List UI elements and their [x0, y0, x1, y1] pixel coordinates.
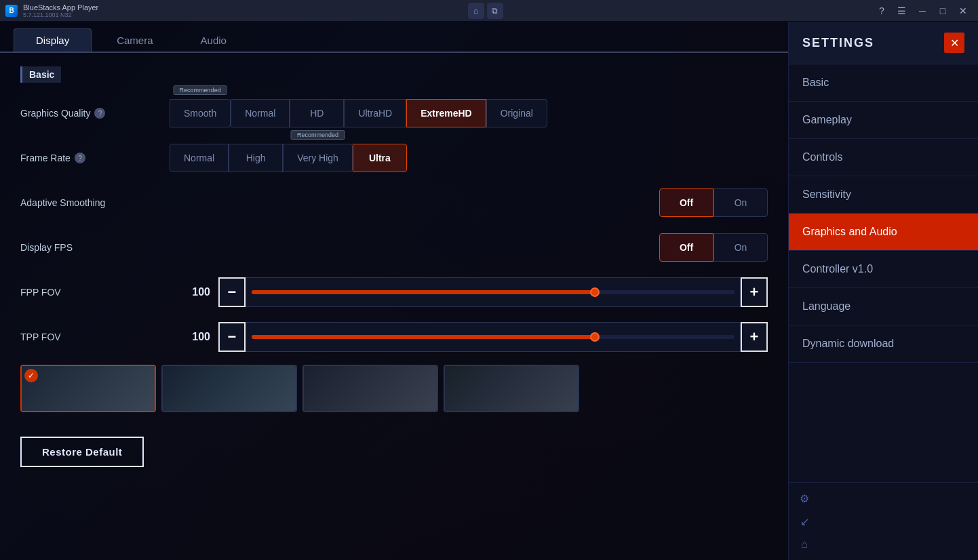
title-bar: B BlueStacks App Player 5.7.121.1001 N32… — [0, 0, 978, 22]
tpp-fov-value: 100 — [170, 331, 210, 343]
recommended-tag-framerate: Recommended — [291, 130, 345, 140]
home-btn[interactable]: ⌂ — [468, 3, 484, 19]
sidebar-item-sensitivity[interactable]: Sensitivity — [789, 176, 978, 214]
back-icon[interactable]: ↙ — [794, 511, 815, 532]
tab-audio[interactable]: Audio — [178, 28, 249, 52]
sidebar-item-language[interactable]: Language — [789, 288, 978, 325]
display-fps-label: Display FPS — [20, 242, 170, 253]
recommended-tag-smooth: Recommended — [174, 85, 227, 95]
display-fps-controls: Off On — [170, 233, 768, 262]
sidebar-bottom-icons: ⚙ ↙ ⌂ — [789, 482, 978, 560]
app-icon: B — [5, 5, 18, 17]
fpp-fov-minus[interactable]: − — [218, 277, 246, 307]
tpp-fov-track[interactable] — [246, 322, 741, 352]
thumbnail-3[interactable] — [302, 365, 438, 412]
right-sidebar: SETTINGS ✕ Basic Gameplay Controls Sensi… — [788, 22, 978, 560]
settings-gear-icon[interactable]: ⚙ — [794, 488, 815, 508]
fps-on[interactable]: On — [713, 233, 768, 262]
sidebar-item-gameplay[interactable]: Gameplay — [789, 102, 978, 139]
graphics-quality-label: Graphics Quality ? — [20, 108, 170, 119]
tpp-fov-track-bg — [252, 335, 735, 339]
app-name-text: BlueStacks App Player — [23, 3, 98, 12]
fpp-fov-row: FPP FOV 100 − + — [20, 275, 768, 309]
display-fps-row: Display FPS Off On — [20, 231, 768, 264]
smooth-option-wrapper: Recommended Smooth — [170, 99, 231, 127]
adaptive-smoothing-row: Adaptive Smoothing Off On — [20, 186, 768, 220]
restore-section: Restore Default — [20, 426, 768, 478]
frame-rate-controls: Normal High Recommended Very High Ultra — [170, 144, 768, 172]
tpp-fov-label: TPP FOV — [20, 332, 170, 342]
app-name: BlueStacks App Player 5.7.121.1001 N32 — [23, 3, 98, 18]
app-version: 5.7.121.1001 N32 — [23, 12, 98, 18]
tab-display[interactable]: Display — [14, 28, 92, 52]
rate-very-high[interactable]: Very High — [283, 144, 353, 172]
quality-normal[interactable]: Normal — [231, 99, 290, 127]
fpp-fov-track-bg — [252, 290, 735, 294]
tpp-fov-plus[interactable]: + — [741, 322, 768, 352]
multi-btn[interactable]: ⧉ — [487, 3, 503, 19]
quality-smooth[interactable]: Smooth — [170, 99, 231, 127]
adaptive-smoothing-label: Adaptive Smoothing — [20, 197, 170, 208]
thumb-bg-3 — [304, 366, 437, 411]
menu-btn[interactable]: ☰ — [893, 3, 912, 18]
content-area: Basic Graphics Quality ? Recommended Smo… — [0, 53, 788, 560]
graphics-quality-help[interactable]: ? — [94, 108, 105, 119]
sidebar-header: SETTINGS ✕ — [789, 22, 978, 64]
sidebar-item-basic[interactable]: Basic — [789, 64, 978, 102]
thumbnail-2[interactable] — [161, 365, 297, 412]
tab-bar: Display Camera Audio — [0, 22, 788, 53]
rate-high[interactable]: High — [229, 144, 283, 172]
rate-normal[interactable]: Normal — [170, 144, 229, 172]
title-bar-center: ⌂ ⧉ — [468, 3, 503, 19]
quality-extremehd[interactable]: ExtremeHD — [406, 99, 486, 127]
very-high-wrapper: Recommended Very High — [283, 144, 353, 172]
section-label: Basic — [20, 66, 61, 83]
thumbnail-1[interactable]: ✓ — [20, 365, 156, 412]
tpp-fov-fill — [252, 335, 595, 339]
sidebar-close-btn[interactable]: ✕ — [944, 33, 964, 53]
sidebar-item-graphics-audio[interactable]: Graphics and Audio — [789, 214, 978, 251]
sidebar-title: SETTINGS — [802, 36, 874, 50]
adaptive-off[interactable]: Off — [659, 188, 713, 217]
restore-default-button[interactable]: Restore Default — [20, 437, 144, 467]
fpp-fov-thumb[interactable] — [590, 287, 600, 297]
tpp-fov-minus[interactable]: − — [218, 322, 246, 352]
fpp-fov-plus[interactable]: + — [741, 277, 768, 307]
sidebar-items: Basic Gameplay Controls Sensitivity Grap… — [789, 64, 978, 482]
fpp-fov-fill — [252, 290, 595, 294]
fpp-fov-label: FPP FOV — [20, 287, 170, 298]
thumb-bg-2 — [163, 366, 296, 411]
quality-hd[interactable]: HD — [290, 99, 344, 127]
settings-overlay: Display Camera Audio Basic Graphics Qual… — [0, 22, 788, 560]
fps-off[interactable]: Off — [659, 233, 713, 262]
main-container: Display Camera Audio Basic Graphics Qual… — [0, 22, 978, 560]
sidebar-item-controller[interactable]: Controller v1.0 — [789, 251, 978, 288]
sidebar-item-controls[interactable]: Controls — [789, 139, 978, 176]
adaptive-on[interactable]: On — [713, 188, 768, 217]
quality-ultrahd[interactable]: UltraHD — [344, 99, 406, 127]
thumbnail-check-1: ✓ — [24, 369, 38, 382]
help-btn[interactable]: ? — [872, 3, 891, 18]
quality-original[interactable]: Original — [486, 99, 547, 127]
tpp-fov-thumb[interactable] — [590, 332, 600, 342]
minimize-btn[interactable]: ─ — [913, 3, 932, 18]
game-area: Display Camera Audio Basic Graphics Qual… — [0, 22, 788, 560]
fpp-fov-value: 100 — [170, 286, 210, 298]
thumb-bg-4 — [445, 366, 578, 411]
adaptive-smoothing-controls: Off On — [170, 188, 768, 217]
frame-rate-help[interactable]: ? — [75, 153, 85, 163]
frame-rate-row: Frame Rate ? Normal High Recommended Ver… — [20, 141, 768, 175]
fpp-fov-track[interactable] — [246, 277, 741, 307]
thumbnail-4[interactable] — [444, 365, 579, 412]
tpp-fov-row: TPP FOV 100 − + — [20, 320, 768, 354]
sidebar-item-dynamic-download[interactable]: Dynamic download — [789, 325, 978, 363]
title-bar-left: B BlueStacks App Player 5.7.121.1001 N32 — [5, 3, 98, 18]
frame-rate-label: Frame Rate ? — [20, 153, 170, 163]
tab-camera[interactable]: Camera — [94, 28, 175, 52]
rate-ultra[interactable]: Ultra — [353, 144, 407, 172]
title-bar-right: ? ☰ ─ □ ✕ — [872, 3, 973, 18]
graphics-quality-row: Graphics Quality ? Recommended Smooth No… — [20, 96, 768, 130]
maximize-btn[interactable]: □ — [933, 3, 952, 18]
close-btn[interactable]: ✕ — [954, 3, 973, 18]
home-sidebar-icon[interactable]: ⌂ — [794, 534, 815, 555]
